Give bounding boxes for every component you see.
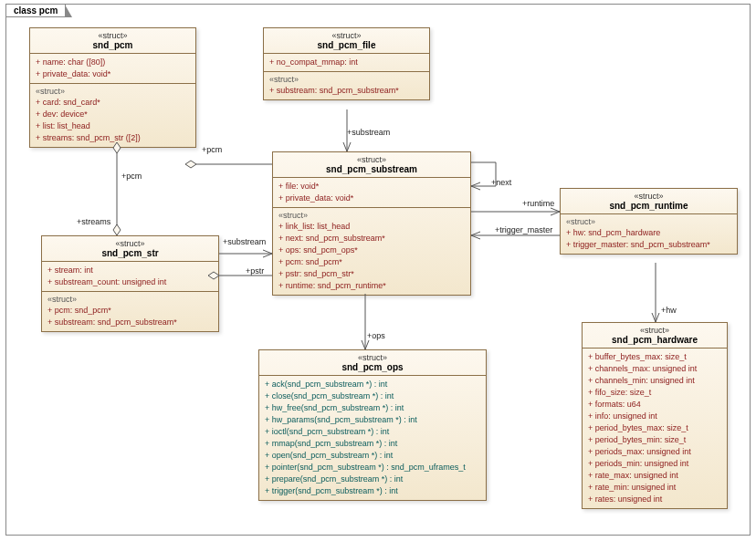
attr: + pcm: snd_pcm* xyxy=(47,305,213,317)
attr: + periods_min: unsigned int xyxy=(588,458,721,470)
attr: + card: snd_card* xyxy=(36,97,190,109)
class-snd-pcm-hardware: «struct» snd_pcm_hardware + buffer_bytes… xyxy=(582,322,728,509)
attr: + runtime: snd_pcm_runtime* xyxy=(278,280,465,292)
rel-label-runtime: +runtime xyxy=(522,199,554,208)
frame-title: class pcm xyxy=(5,4,66,17)
op: + hw_params(snd_pcm_substream *) : int xyxy=(265,414,480,426)
attr: + period_bytes_min: size_t xyxy=(588,434,721,446)
class-snd-pcm: «struct» snd_pcm + name: char ([80]) + p… xyxy=(29,27,196,148)
class-snd-pcm-ops: «struct» snd_pcm_ops + ack(snd_pcm_subst… xyxy=(258,349,487,501)
stereotype: «struct» xyxy=(278,155,465,164)
class-snd-pcm-substream: «struct» snd_pcm_substream + file: void*… xyxy=(272,151,471,296)
rel-label-hw: +hw xyxy=(661,306,677,315)
class-name: snd_pcm xyxy=(36,40,190,50)
attr: + pcm: snd_pcm* xyxy=(278,256,465,268)
attr: + formats: u64 xyxy=(588,399,721,411)
attr: + ops: snd_pcm_ops* xyxy=(278,244,465,256)
attr: + private_data: void* xyxy=(36,68,190,80)
op: + mmap(snd_pcm_substream *) : int xyxy=(265,438,480,450)
class-snd-pcm-file: «struct» snd_pcm_file + no_compat_mmap: … xyxy=(263,27,430,100)
class-name: snd_pcm_str xyxy=(47,248,213,258)
attr: + rate_max: unsigned int xyxy=(588,470,721,482)
rel-label-trigger-master: +trigger_master xyxy=(495,225,552,234)
attr: + hw: snd_pcm_hardware xyxy=(566,227,731,239)
stereotype: «struct» xyxy=(47,239,213,248)
attr: + channels_max: unsigned int xyxy=(588,363,721,375)
rel-label-substream: +substream xyxy=(223,237,266,246)
op: + prepare(snd_pcm_substream *) : int xyxy=(265,473,480,485)
attr: + stream: int xyxy=(47,265,213,276)
attr: + substream: snd_pcm_substream* xyxy=(269,85,424,97)
class-name: snd_pcm_substream xyxy=(278,164,465,174)
attr: + name: char ([80]) xyxy=(36,57,190,68)
class-snd-pcm-runtime: «struct» snd_pcm_runtime «struct» + hw: … xyxy=(560,188,738,255)
attr: + streams: snd_pcm_str ([2]) xyxy=(36,132,190,144)
attr: + fifo_size: size_t xyxy=(588,387,721,399)
attr: + substream_count: unsigned int xyxy=(47,276,213,288)
class-name: snd_pcm_file xyxy=(269,40,424,50)
section-label: «struct» xyxy=(36,87,190,96)
op: + ioctl(snd_pcm_substream *) : int xyxy=(265,426,480,438)
rel-label-substream: +substream xyxy=(347,128,390,137)
rel-label-next: +next xyxy=(491,178,511,187)
rel-label-pcm: +pcm xyxy=(202,145,222,154)
attr: + pstr: snd_pcm_str* xyxy=(278,268,465,280)
attr: + channels_min: unsigned int xyxy=(588,375,721,387)
attr: + rate_min: unsigned int xyxy=(588,482,721,494)
attr: + next: snd_pcm_substream* xyxy=(278,233,465,244)
attr: + private_data: void* xyxy=(278,192,465,204)
class-name: snd_pcm_ops xyxy=(265,362,480,372)
rel-label-pcm: +pcm xyxy=(121,172,142,181)
attr: + rates: unsigned int xyxy=(588,494,721,505)
attr: + link_list: list_head xyxy=(278,221,465,233)
stereotype: «struct» xyxy=(265,353,480,362)
op: + pointer(snd_pcm_substream *) : snd_pcm… xyxy=(265,462,480,473)
class-snd-pcm-str: «struct» snd_pcm_str + stream: int + sub… xyxy=(41,235,219,332)
op: + open(snd_pcm_substream *) : int xyxy=(265,450,480,462)
section-label: «struct» xyxy=(566,217,731,226)
attr: + info: unsigned int xyxy=(588,411,721,422)
op: + close(snd_pcm_substream *) : int xyxy=(265,390,480,402)
class-name: snd_pcm_runtime xyxy=(566,201,731,211)
section-label: «struct» xyxy=(269,75,424,84)
rel-label-streams: +streams xyxy=(77,217,110,226)
attr: + dev: device* xyxy=(36,109,190,120)
stereotype: «struct» xyxy=(36,31,190,40)
section-label: «struct» xyxy=(47,295,213,304)
class-name: snd_pcm_hardware xyxy=(588,335,721,345)
rel-label-ops: +ops xyxy=(367,331,385,340)
op: + hw_free(snd_pcm_substream *) : int xyxy=(265,402,480,414)
op: + trigger(snd_pcm_substream *) : int xyxy=(265,485,480,497)
attr: + periods_max: unsigned int xyxy=(588,446,721,458)
section-label: «struct» xyxy=(278,211,465,220)
op: + ack(snd_pcm_substream *) : int xyxy=(265,379,480,390)
attr: + list: list_head xyxy=(36,120,190,132)
stereotype: «struct» xyxy=(269,31,424,40)
attr: + file: void* xyxy=(278,181,465,192)
attr: + trigger_master: snd_pcm_substream* xyxy=(566,239,731,251)
stereotype: «struct» xyxy=(588,326,721,335)
attr: + substream: snd_pcm_substream* xyxy=(47,317,213,328)
rel-label-pstr: +pstr xyxy=(246,266,264,276)
attr: + buffer_bytes_max: size_t xyxy=(588,351,721,363)
attr: + no_compat_mmap: int xyxy=(269,57,424,68)
stereotype: «struct» xyxy=(566,192,731,201)
attr: + period_bytes_max: size_t xyxy=(588,422,721,434)
